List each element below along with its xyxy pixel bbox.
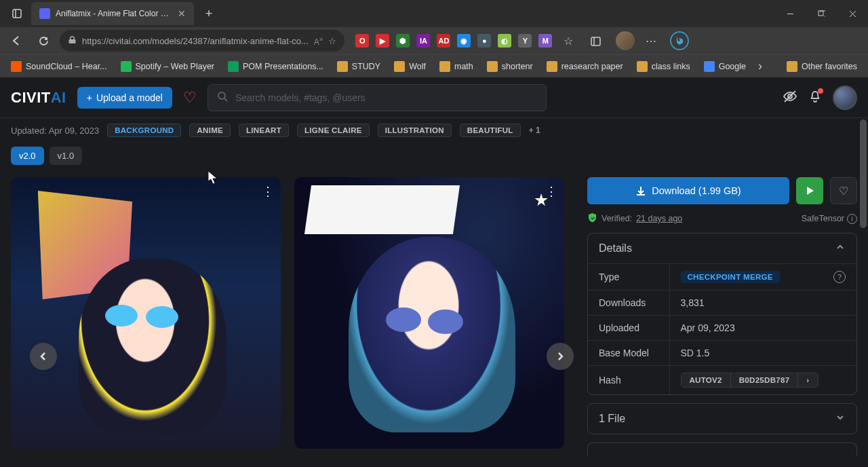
bookmark-item[interactable]: class links — [631, 58, 696, 75]
close-window-button[interactable] — [837, 0, 868, 27]
files-header[interactable]: 1 File — [588, 404, 856, 434]
bookmark-item[interactable]: STUDY — [332, 58, 386, 75]
address-bar[interactable]: https://civitai.com/models/24387/aniflat… — [60, 30, 344, 52]
upload-model-button[interactable]: + Upload a model — [77, 87, 172, 109]
site-logo[interactable]: CIVITAI — [11, 89, 66, 107]
bookmark-item[interactable]: Wolf — [389, 58, 431, 75]
tab-favicon — [39, 8, 50, 19]
carousel-prev-button[interactable] — [30, 343, 57, 370]
model-tag[interactable]: LINEART — [239, 124, 289, 137]
version-pill[interactable]: v1.0 — [50, 147, 83, 165]
other-favorites[interactable]: Other favorites — [781, 58, 863, 75]
visibility-icon[interactable] — [783, 89, 797, 107]
plus-icon: + — [87, 92, 92, 103]
profile-avatar[interactable] — [616, 31, 635, 50]
model-tag[interactable]: LIGNE CLAIRE — [297, 124, 370, 137]
model-tag[interactable]: BACKGROUND — [107, 124, 181, 137]
bookmarks-overflow[interactable]: › — [754, 59, 766, 73]
hash-type[interactable]: AUTOV2 — [682, 373, 731, 387]
shield-icon — [587, 212, 597, 225]
bookmark-item[interactable]: math — [434, 58, 479, 75]
site-icon — [11, 61, 22, 72]
browser-tab[interactable]: Aniflatmix - Anime Flat Color Sty ✕ — [31, 2, 194, 25]
bookmark-label: math — [454, 62, 473, 71]
extension-icon[interactable]: ● — [477, 34, 491, 48]
folder-icon — [394, 61, 405, 72]
details-header[interactable]: Details — [588, 234, 856, 263]
extension-icon[interactable]: ▶ — [376, 34, 389, 48]
hash-expand-icon[interactable]: › — [798, 373, 817, 387]
version-pill[interactable]: v2.0 — [11, 147, 44, 165]
more-tags[interactable]: + 1 — [529, 126, 540, 135]
bookmark-item[interactable]: SoundCloud – Hear... — [5, 58, 113, 75]
extension-icon[interactable]: AD — [437, 34, 450, 48]
site-icon — [228, 61, 239, 72]
tab-close-icon[interactable]: ✕ — [178, 8, 186, 19]
image-menu-icon[interactable]: ⋮ — [262, 184, 274, 199]
folder-icon — [487, 61, 498, 72]
bookmark-item[interactable]: POM Presentations... — [222, 58, 329, 75]
info-icon[interactable]: ? — [833, 271, 846, 283]
downloads-value: 3,831 — [669, 291, 856, 316]
extension-icon[interactable]: O — [355, 34, 369, 48]
bookmark-label: SoundCloud – Hear... — [26, 62, 107, 71]
extension-icon[interactable]: IA — [416, 34, 430, 48]
more-icon[interactable]: ⋯ — [640, 30, 662, 52]
hash-group: AUTOV2 B0D25DB787 › — [681, 373, 818, 388]
verified-date-link[interactable]: 21 days ago — [636, 214, 682, 223]
play-icon — [804, 185, 815, 196]
bookmark-item[interactable]: Google — [698, 58, 751, 75]
model-tag[interactable]: BEAUTIFUL — [460, 124, 521, 137]
folder-icon — [547, 61, 557, 72]
favorites-icon[interactable]: ☆ — [557, 30, 579, 52]
download-button[interactable]: Download (1.99 GB) — [587, 177, 789, 204]
notification-dot — [818, 88, 823, 94]
carousel-next-button[interactable] — [547, 343, 574, 370]
extension-icon[interactable]: ◐ — [498, 34, 511, 48]
gallery-image-1[interactable]: ⋮ — [11, 177, 281, 449]
favorite-button[interactable]: ♡ — [830, 177, 857, 204]
model-tag[interactable]: ILLUSTRATION — [378, 124, 452, 137]
download-label: Download (1.99 GB) — [652, 185, 741, 196]
scrollbar[interactable] — [859, 118, 868, 467]
bookmark-item[interactable]: Spotify – Web Player — [115, 58, 220, 75]
type-badge: CHECKPOINT MERGE — [681, 271, 780, 283]
extension-icon[interactable]: ⬢ — [396, 34, 410, 48]
search-box[interactable] — [208, 84, 547, 111]
base-model-value: SD 1.5 — [669, 341, 856, 366]
lock-icon — [68, 35, 77, 46]
gallery-image-2[interactable]: ⋮ — [294, 177, 564, 449]
bookmark-item[interactable]: shortenr — [481, 58, 538, 75]
refresh-button[interactable] — [33, 30, 54, 52]
favorites-heart-icon[interactable]: ♡ — [183, 89, 197, 107]
bing-button[interactable] — [667, 29, 692, 53]
collections-icon[interactable] — [585, 30, 606, 52]
minimize-button[interactable] — [774, 0, 806, 27]
model-tag[interactable]: ANIME — [189, 124, 231, 137]
logo-text-right: AI — [51, 89, 66, 107]
extension-icon[interactable]: M — [538, 34, 552, 48]
scrollbar-thumb[interactable] — [860, 119, 867, 228]
user-avatar[interactable] — [833, 86, 857, 110]
notification-bell-icon[interactable] — [808, 90, 822, 106]
search-input[interactable] — [235, 92, 538, 103]
hash-value[interactable]: B0D25DB787 — [731, 373, 799, 387]
detail-row-uploaded: Uploaded Apr 09, 2023 — [588, 316, 856, 341]
new-tab-button[interactable]: + — [199, 4, 218, 23]
reader-icon[interactable]: A» — [314, 35, 323, 47]
extension-icon[interactable]: ◉ — [457, 34, 471, 48]
bookmark-label: Spotify – Web Player — [136, 62, 215, 71]
extension-icon[interactable]: Y — [518, 34, 532, 48]
bookmark-label: shortenr — [502, 62, 533, 71]
bookmark-item[interactable]: reasearch paper — [541, 58, 629, 75]
back-button[interactable] — [5, 30, 27, 52]
reviews-panel — [587, 443, 857, 456]
info-icon[interactable]: i — [847, 214, 857, 224]
detail-row-type: Type CHECKPOINT MERGE? — [588, 264, 856, 291]
favorite-icon[interactable]: ☆ — [328, 36, 336, 46]
maximize-button[interactable] — [806, 0, 837, 27]
browser-toolbar: https://civitai.com/models/24387/aniflat… — [0, 27, 868, 54]
image-menu-icon[interactable]: ⋮ — [545, 184, 557, 199]
run-button[interactable] — [796, 177, 823, 204]
tab-actions-icon[interactable] — [5, 3, 28, 24]
